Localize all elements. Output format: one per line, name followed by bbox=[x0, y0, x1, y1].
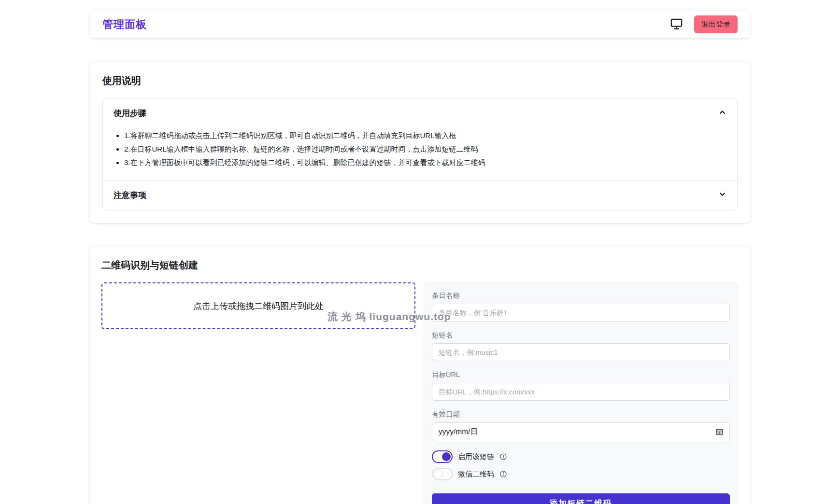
header-bar: 管理面板 退出登录 bbox=[90, 11, 750, 38]
valid-date-input[interactable] bbox=[432, 422, 730, 441]
steps-list: 1.将群聊二维码拖动或点击上传到二维码识别区域，即可自动识别二维码，并自动填充到… bbox=[103, 128, 737, 180]
entry-name-input[interactable] bbox=[432, 304, 730, 322]
accordion-header-steps[interactable]: 使用步骤 bbox=[103, 98, 737, 128]
enable-shortlink-label: 启用该短链 bbox=[458, 452, 494, 462]
instructions-card: 使用说明 使用步骤 1.将群聊二维码拖动或点击上传到二维码识别区域，即可自动识别… bbox=[90, 62, 750, 223]
short-link-group: 短链名 bbox=[432, 331, 730, 361]
info-icon[interactable] bbox=[499, 453, 507, 461]
step-item: 2.在目标URL输入框中输入群聊的名称、短链的名称，选择过期时间或者不设置过期时… bbox=[114, 142, 726, 156]
valid-date-wrap bbox=[432, 422, 730, 441]
logout-button[interactable]: 退出登录 bbox=[694, 15, 738, 33]
valid-date-group: 有效日期 bbox=[432, 410, 730, 441]
wechat-qr-toggle[interactable] bbox=[432, 468, 453, 480]
header-actions: 退出登录 bbox=[669, 15, 738, 33]
short-link-input[interactable] bbox=[432, 343, 730, 361]
target-url-input[interactable] bbox=[432, 383, 730, 401]
page: 管理面板 退出登录 使用说明 使用步骤 bbox=[0, 11, 840, 504]
steps-title: 使用步骤 bbox=[114, 108, 146, 119]
enable-shortlink-toggle[interactable] bbox=[432, 450, 453, 463]
entry-name-group: 条目名称 bbox=[432, 291, 730, 322]
target-url-label: 目标URL bbox=[432, 370, 730, 379]
step-item: 3.在下方管理面板中可以看到已经添加的短链二维码，可以编辑、删除已创建的短链，并… bbox=[114, 156, 726, 169]
toggle-knob bbox=[442, 452, 451, 461]
chevron-up-icon bbox=[718, 108, 726, 118]
short-link-label: 短链名 bbox=[432, 331, 730, 340]
wechat-qr-row: 微信二维码 bbox=[432, 468, 730, 480]
monitor-icon bbox=[670, 17, 683, 32]
qr-section-title: 二维码识别与短链创建 bbox=[101, 259, 739, 272]
step-item: 1.将群聊二维码拖动或点击上传到二维码识别区域，即可自动识别二维码，并自动填充到… bbox=[114, 129, 726, 142]
info-icon[interactable] bbox=[499, 470, 507, 478]
accordion-header-notes[interactable]: 注意事项 bbox=[103, 181, 737, 210]
entry-name-label: 条目名称 bbox=[432, 291, 730, 300]
display-mode-button[interactable] bbox=[669, 17, 683, 32]
wechat-qr-label: 微信二维码 bbox=[458, 470, 494, 479]
enable-shortlink-row: 启用该短链 bbox=[432, 450, 730, 463]
dropzone-label: 点击上传或拖拽二维码图片到此处 bbox=[193, 300, 324, 312]
shortlink-form: 条目名称 短链名 目标URL 有效日期 bbox=[424, 282, 738, 504]
valid-date-label: 有效日期 bbox=[432, 410, 730, 419]
qr-card: 二维码识别与短链创建 点击上传或拖拽二维码图片到此处 流 光 坞 liuguan… bbox=[90, 246, 750, 504]
toggle-knob bbox=[434, 470, 442, 478]
chevron-down-icon bbox=[718, 190, 726, 200]
calendar-icon[interactable] bbox=[715, 428, 724, 438]
instructions-accordion: 使用步骤 1.将群聊二维码拖动或点击上传到二维码识别区域，即可自动识别二维码，并… bbox=[102, 98, 738, 210]
instructions-title: 使用说明 bbox=[102, 74, 738, 87]
page-title: 管理面板 bbox=[102, 17, 147, 32]
add-shortlink-qr-button[interactable]: 添加短链二维码 bbox=[432, 493, 730, 504]
target-url-group: 目标URL bbox=[432, 370, 730, 401]
qr-upload-dropzone[interactable]: 点击上传或拖拽二维码图片到此处 bbox=[101, 282, 415, 329]
qr-content: 点击上传或拖拽二维码图片到此处 流 光 坞 liuguangwu.top 条目名… bbox=[101, 282, 739, 504]
notes-title: 注意事项 bbox=[114, 190, 146, 201]
